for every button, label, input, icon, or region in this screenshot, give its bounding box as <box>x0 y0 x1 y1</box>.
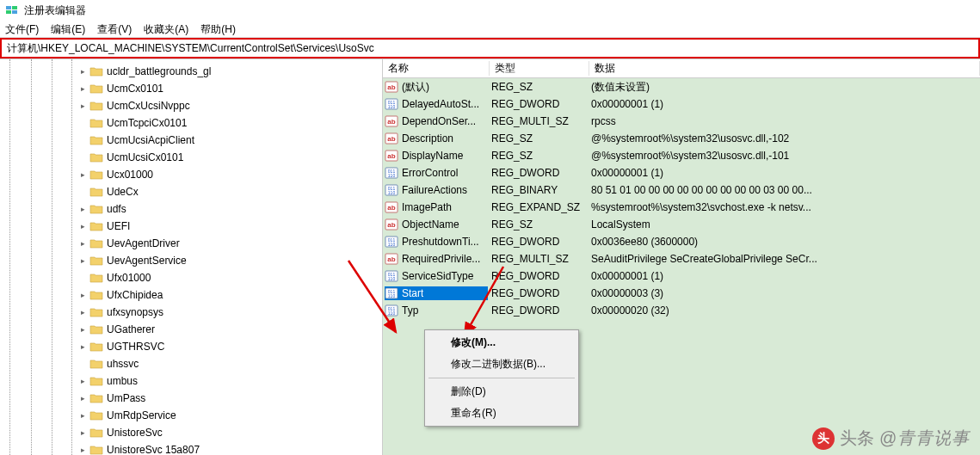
folder-icon <box>89 186 103 198</box>
value-row[interactable]: abDescriptionREG_SZ@%systemroot%\system3… <box>383 130 980 147</box>
value-data: rpcss <box>588 115 978 127</box>
svg-line-39 <box>348 261 396 332</box>
svg-text:ab: ab <box>387 118 395 126</box>
value-row[interactable]: abObjectNameREG_SZLocalSystem <box>383 216 980 233</box>
tree-label: UdeCx <box>107 186 139 198</box>
expand-icon[interactable]: ▸ <box>76 222 89 231</box>
values-panel: 名称 类型 数据 ab(默认)REG_SZ(数值未设置)011110Delaye… <box>383 59 980 455</box>
svg-rect-2 <box>6 10 11 14</box>
value-name-cell: abObjectName <box>385 218 488 231</box>
tree-item[interactable]: ▸UcmCx0101 <box>0 80 382 97</box>
expand-icon[interactable]: ▸ <box>76 67 89 76</box>
address-text: 计算机\HKEY_LOCAL_MACHINE\SYSTEM\CurrentCon… <box>7 41 374 56</box>
value-type: REG_SZ <box>488 218 588 231</box>
column-name[interactable]: 名称 <box>383 61 490 76</box>
tree-item[interactable]: ▸UGTHRSVC <box>0 338 382 355</box>
tree-item[interactable]: ▸umbus <box>0 372 382 390</box>
folder-icon <box>89 151 103 163</box>
value-row[interactable]: 011110FailureActionsREG_BINARY80 51 01 0… <box>383 181 980 199</box>
expand-icon[interactable]: ▸ <box>76 256 89 265</box>
cm-modify[interactable]: 修改(M)... <box>427 332 576 354</box>
tree-label: UnistoreSvc <box>107 427 163 439</box>
menu-view[interactable]: 查看(V) <box>97 22 132 35</box>
value-row[interactable]: ab(默认)REG_SZ(数值未设置) <box>383 78 980 95</box>
column-data[interactable]: 数据 <box>589 61 980 76</box>
tree-item[interactable]: ▸udfs <box>0 200 382 218</box>
expand-icon[interactable]: ▸ <box>76 205 89 213</box>
menu-edit[interactable]: 编辑(E) <box>51 22 85 35</box>
expand-icon[interactable]: ▸ <box>76 291 89 299</box>
value-row[interactable]: abDisplayNameREG_SZ@%systemroot%\system3… <box>383 147 980 164</box>
value-name: DelayedAutoSt... <box>402 98 479 110</box>
folder-icon <box>89 323 103 335</box>
tree-item[interactable]: ▸UEFI <box>0 218 382 235</box>
tree-item[interactable]: ▸UmPass <box>0 390 382 407</box>
expand-icon[interactable]: ▸ <box>76 342 89 351</box>
app-icon <box>5 3 19 17</box>
tree-item[interactable]: UdeCx <box>0 183 382 200</box>
expand-icon[interactable]: ▸ <box>76 411 89 420</box>
value-type: REG_DWORD <box>488 167 588 179</box>
cm-separator <box>428 378 575 378</box>
column-type[interactable]: 类型 <box>490 61 589 76</box>
tree-label: umbus <box>107 375 138 387</box>
menu-help[interactable]: 帮助(H) <box>200 22 236 35</box>
value-name: PreshutdownTi... <box>402 236 479 248</box>
menu-favorites[interactable]: 收藏夹(A) <box>144 22 188 35</box>
cm-rename[interactable]: 重命名(R) <box>427 403 576 424</box>
value-row[interactable]: abDependOnSer...REG_MULTI_SZrpcss <box>383 113 980 130</box>
value-name-cell: ab(默认) <box>385 80 488 95</box>
expand-icon[interactable]: ▸ <box>76 170 89 179</box>
cm-delete[interactable]: 删除(D) <box>427 381 576 403</box>
expand-icon[interactable]: ▸ <box>76 308 89 317</box>
registry-tree[interactable]: ▸ucldr_battlegrounds_gl▸UcmCx0101▸UcmCxU… <box>0 59 382 455</box>
tree-item[interactable]: uhssvc <box>0 355 382 372</box>
tree-item[interactable]: ▸UfxChipidea <box>0 286 382 304</box>
value-name-cell: 011110ErrorControl <box>385 166 488 180</box>
tree-label: UfxChipidea <box>107 289 163 301</box>
svg-text:110: 110 <box>388 242 396 247</box>
tree-label: ufxsynopsys <box>107 306 163 318</box>
value-name-cell: abDisplayName <box>385 149 488 163</box>
tree-item[interactable]: ▸Ucx01000 <box>0 166 382 183</box>
tree-item[interactable]: ▸UevAgentDriver <box>0 235 382 252</box>
value-row[interactable]: 011110DelayedAutoSt...REG_DWORD0x0000000… <box>383 95 980 113</box>
menu-file[interactable]: 文件(F) <box>5 22 39 35</box>
svg-text:ab: ab <box>387 221 395 229</box>
titlebar: 注册表编辑器 <box>0 0 980 21</box>
tree-panel: ▸ucldr_battlegrounds_gl▸UcmCx0101▸UcmCxU… <box>0 59 383 455</box>
tree-label: UEFI <box>107 220 130 232</box>
tree-item[interactable]: Ufx01000 <box>0 269 382 286</box>
expand-icon[interactable]: ▸ <box>76 446 89 454</box>
tree-item[interactable]: ▸UmRdpService <box>0 407 382 424</box>
expand-icon[interactable]: ▸ <box>76 325 89 334</box>
value-row[interactable]: 011110PreshutdownTi...REG_DWORD0x0036ee8… <box>383 233 980 250</box>
tree-label: UGTHRSVC <box>107 341 164 353</box>
cm-modify-binary[interactable]: 修改二进制数据(B)... <box>427 354 576 375</box>
tree-item[interactable]: UcmUcsiAcpiClient <box>0 132 382 149</box>
svg-text:ab: ab <box>387 204 395 212</box>
tree-item[interactable]: ▸UnistoreSvc <box>0 424 382 441</box>
expand-icon[interactable]: ▸ <box>76 84 89 93</box>
tree-item[interactable]: ▸UGatherer <box>0 321 382 338</box>
value-name: (默认) <box>402 80 429 95</box>
tree-item[interactable]: ▸ufxsynopsys <box>0 304 382 321</box>
address-bar[interactable]: 计算机\HKEY_LOCAL_MACHINE\SYSTEM\CurrentCon… <box>0 38 980 58</box>
expand-icon[interactable]: ▸ <box>76 101 89 110</box>
tree-item[interactable]: ▸ucldr_battlegrounds_gl <box>0 63 382 80</box>
value-icon: ab <box>385 114 398 128</box>
tree-item[interactable]: ▸UnistoreSvc 15a807 <box>0 441 382 455</box>
expand-icon[interactable]: ▸ <box>76 394 89 403</box>
tree-item[interactable]: ▸UevAgentService <box>0 252 382 269</box>
tree-item[interactable]: UcmUcsiCx0101 <box>0 149 382 166</box>
tree-item[interactable]: ▸UcmCxUcsiNvppc <box>0 97 382 114</box>
expand-icon[interactable]: ▸ <box>76 428 89 437</box>
value-type: REG_SZ <box>488 81 588 93</box>
value-row[interactable]: abImagePathREG_EXPAND_SZ%systemroot%\sys… <box>383 199 980 216</box>
value-name: FailureActions <box>402 184 467 196</box>
expand-icon[interactable]: ▸ <box>76 239 89 248</box>
value-row[interactable]: 011110ErrorControlREG_DWORD0x00000001 (1… <box>383 164 980 181</box>
value-data: LocalSystem <box>588 218 978 231</box>
tree-item[interactable]: UcmTcpciCx0101 <box>0 114 382 132</box>
expand-icon[interactable]: ▸ <box>76 377 89 385</box>
